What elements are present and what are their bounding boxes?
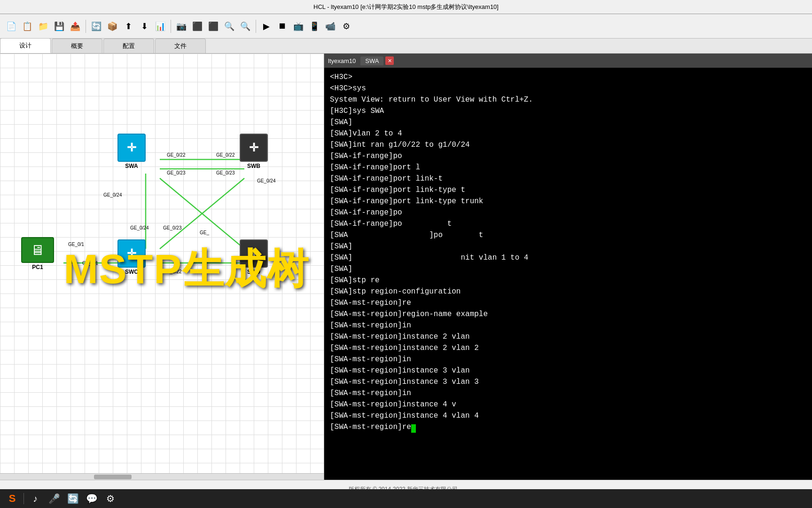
toolbar-zoom-out[interactable]: 🔍 xyxy=(238,19,253,34)
pc1-label: PC1 xyxy=(32,264,43,270)
terminal-line: [SWA]int ran g1/0/22 to g1/0/24 xyxy=(330,139,806,151)
terminal-line: [SWA-if-range]po xyxy=(330,151,806,162)
toolbar-stop[interactable]: ⏹ xyxy=(275,19,290,34)
toolbar-up[interactable]: ⬆ xyxy=(121,19,136,34)
overlay-text: MSTP生成树 xyxy=(64,241,309,297)
scrollbar-thumb[interactable] xyxy=(94,475,132,479)
node-swc[interactable]: ✛ SWC xyxy=(117,239,146,275)
port-pc1-ge1: GE_0/1 xyxy=(68,242,84,247)
main-layout: ✛ SWA ✛ SWB ✛ SWC ✛ xyxy=(0,54,812,480)
taskbar-sep xyxy=(23,493,24,504)
terminal-line: [SWA] xyxy=(330,263,806,275)
toolbar-device[interactable]: 📱 xyxy=(307,19,322,34)
toolbar-grid2[interactable]: ⬛ xyxy=(206,19,221,34)
toolbar-new[interactable]: 📄 xyxy=(4,19,19,34)
terminal-line: [SWA-mst-region]re xyxy=(330,421,806,433)
terminal-line: [SWA]stp re xyxy=(330,275,806,286)
tab-overview[interactable]: 概要 xyxy=(52,39,102,53)
nav-tabs: 设计 概要 配置 文件 xyxy=(0,39,812,54)
terminal-line: [SWA]stp region-configuration xyxy=(330,286,806,297)
terminal-line: [SWA-mst-region]region-name example xyxy=(330,309,806,320)
terminal-line: [SWA ]po t xyxy=(330,230,806,241)
toolbar-save[interactable]: 💾 xyxy=(52,19,67,34)
taskbar-music[interactable]: ♪ xyxy=(28,491,43,506)
terminal-line: [SWA-mst-region]re xyxy=(330,297,806,309)
taskbar-mic[interactable]: 🎤 xyxy=(47,491,62,506)
terminal-line: [SWA-mst-region]instance 2 vlan xyxy=(330,331,806,342)
terminal-line: [SWA-mst-region]instance 3 vlan xyxy=(330,365,806,376)
toolbar-report[interactable]: 📊 xyxy=(153,19,168,34)
port-swa-ge23: GE_0/23 xyxy=(167,170,185,175)
toolbar-sep1 xyxy=(86,20,86,33)
terminal-line: [SWA-if-range]po t xyxy=(330,218,806,230)
taskbar-s[interactable]: S xyxy=(5,491,20,506)
toolbar-package[interactable]: 📦 xyxy=(105,19,120,34)
left-scrollbar[interactable] xyxy=(0,473,324,480)
taskbar: S ♪ 🎤 🔄 💬 ⚙ xyxy=(0,489,812,508)
title-text: HCL - ltyexam10 [e:\计网学期2实验10 mstp多生成树协议… xyxy=(313,3,499,11)
swa-label: SWA xyxy=(125,163,138,169)
swd-icon: ✛ xyxy=(240,239,268,268)
port-swc-ge1: GE_0/1 xyxy=(82,261,98,266)
swa-icon: ✛ xyxy=(117,134,146,162)
node-swd[interactable]: ✛ SWD xyxy=(240,239,268,275)
terminal-line: [SWA] xyxy=(330,241,806,252)
taskbar-chat[interactable]: 💬 xyxy=(84,491,99,506)
toolbar-settings[interactable]: ⚙ xyxy=(339,19,354,34)
taskbar-rotate[interactable]: 🔄 xyxy=(65,491,80,506)
node-swb[interactable]: ✛ SWB xyxy=(240,134,268,169)
terminal-title: ltyexam10 xyxy=(328,57,356,64)
toolbar-open[interactable]: 📁 xyxy=(36,19,51,34)
swb-label: SWB xyxy=(247,163,260,169)
toolbar-copy[interactable]: 📋 xyxy=(20,19,35,34)
toolbar-export[interactable]: 📤 xyxy=(68,19,83,34)
terminal-line: [SWA-if-range]port link-t xyxy=(330,173,806,184)
port-swb-ge23: GE_0/23 xyxy=(216,170,234,175)
terminal-line: [SWA-if-range]port l xyxy=(330,162,806,173)
node-swa[interactable]: ✛ SWA xyxy=(117,134,146,169)
toolbar-grid[interactable]: ⬛ xyxy=(190,19,205,34)
swc-icon: ✛ xyxy=(117,239,146,268)
tab-config[interactable]: 配置 xyxy=(103,39,154,53)
port-swb-ge24: GE_0/24 xyxy=(257,178,275,183)
terminal-line: [SWA-if-range]port link-type trunk xyxy=(330,196,806,207)
tab-file[interactable]: 文件 xyxy=(155,39,206,53)
toolbar-zoom-in[interactable]: 🔍 xyxy=(222,19,237,34)
taskbar-gear[interactable]: ⚙ xyxy=(103,491,118,506)
terminal-line: [SWA] xyxy=(330,117,806,128)
terminal-content[interactable]: <H3C><H3C>sysSystem View: return to User… xyxy=(324,68,812,480)
port-swc-ge24: GE_0/24 xyxy=(130,225,148,230)
toolbar: 📄 📋 📁 💾 📤 🔄 📦 ⬆ ⬇ 📊 📷 ⬛ ⬛ 🔍 🔍 ▶ ⏹ 📺 📱 📹 … xyxy=(0,14,812,39)
swc-label: SWC xyxy=(125,269,138,275)
toolbar-capture[interactable]: 📹 xyxy=(323,19,338,34)
terminal-line: [SWA-mst-region]instance 2 vlan 2 xyxy=(330,342,806,354)
terminal-line: [SWA]vlan 2 to 4 xyxy=(330,128,806,139)
toolbar-sep2 xyxy=(171,20,171,33)
tab-close-button[interactable]: ✕ xyxy=(385,56,394,65)
port-swc-ge22: GE_0/22 xyxy=(163,269,181,274)
toolbar-play[interactable]: ▶ xyxy=(259,19,274,34)
tab-design[interactable]: 设计 xyxy=(0,38,51,53)
terminal-line: System View: return to User View with Ct… xyxy=(330,94,806,105)
terminal-line: [SWA-mst-region]in xyxy=(330,320,806,331)
svg-line-3 xyxy=(160,178,244,249)
terminal-tab[interactable]: SWA xyxy=(360,56,383,65)
node-pc1[interactable]: 🖥 PC1 xyxy=(21,237,54,270)
pc1-icon: 🖥 xyxy=(21,237,54,263)
terminal-line: [SWA] nit vlan 1 to 4 xyxy=(330,252,806,263)
toolbar-down[interactable]: ⬇ xyxy=(137,19,152,34)
terminal-line: [SWA-if-range]port link-type t xyxy=(330,184,806,196)
terminal-line: [SWA-mst-region]instance 3 vlan 3 xyxy=(330,376,806,388)
terminal-line: [SWA-mst-region]instance 4 v xyxy=(330,399,806,410)
terminal-line: [SWA-mst-region]in xyxy=(330,354,806,365)
diagram-area[interactable]: ✛ SWA ✛ SWB ✛ SWC ✛ xyxy=(0,54,324,480)
toolbar-screenshot[interactable]: 📷 xyxy=(174,19,189,34)
port-swa-ge22: GE_0/22 xyxy=(167,152,185,158)
svg-line-2 xyxy=(160,178,244,249)
port-swc-ge23: GE_0/23 xyxy=(163,225,181,230)
swb-icon: ✛ xyxy=(240,134,268,162)
terminal-line: [SWA-if-range]po xyxy=(330,207,806,218)
toolbar-monitor[interactable]: 📺 xyxy=(291,19,306,34)
toolbar-refresh[interactable]: 🔄 xyxy=(89,19,104,34)
terminal-line: <H3C> xyxy=(330,71,806,83)
